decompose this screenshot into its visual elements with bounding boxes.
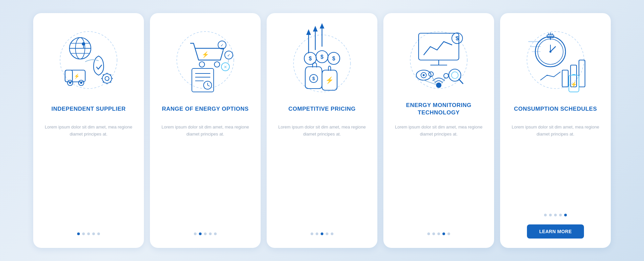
- learn-more-button[interactable]: LEARN MORE: [527, 224, 584, 239]
- svg-text:⚡: ⚡: [571, 81, 577, 88]
- svg-point-25: [199, 62, 205, 67]
- svg-text:$: $: [456, 36, 459, 41]
- svg-rect-91: [562, 70, 568, 87]
- illustration-consumption-schedules: ⚡: [522, 23, 589, 97]
- dot-4-4: [442, 232, 445, 235]
- dot-4-3: [437, 232, 440, 235]
- dot-1-1: [77, 232, 80, 235]
- svg-point-15: [105, 76, 109, 81]
- svg-marker-45: [306, 29, 311, 35]
- dot-3-4: [326, 232, 328, 235]
- dot-2-5: [214, 232, 217, 235]
- dot-3-1: [311, 232, 313, 235]
- svg-line-75: [459, 79, 463, 84]
- dot-2-2: [199, 232, 202, 235]
- svg-rect-93: [579, 60, 585, 87]
- svg-line-42: [228, 59, 229, 63]
- card-dots-1: [77, 232, 100, 235]
- svg-text:✓: ✓: [227, 53, 230, 58]
- card-consumption-schedules: ⚡ CONSUMPTION SCHEDULES Lorem ipsum dolo…: [500, 13, 611, 248]
- dot-4-2: [432, 232, 435, 235]
- card-energy-monitoring: $ ENERGY MONI: [383, 13, 494, 248]
- svg-point-10: [69, 82, 71, 84]
- svg-point-76: [451, 72, 458, 79]
- card-body-3: Lorem ipsum dolor sit dim amet, mea regi…: [275, 124, 369, 138]
- card-range-energy-options: ⚡ ✓ ✓ ✕ RANGE OF: [150, 13, 261, 248]
- dot-1-4: [92, 232, 95, 235]
- illustration-energy-monitoring: $: [405, 23, 472, 97]
- card-body-2: Lorem ipsum dolor sit dim amet, mea regi…: [158, 124, 253, 138]
- illustration-independent-supplier: ⚡: [55, 23, 122, 97]
- dot-3-5: [331, 232, 333, 235]
- svg-text:⚡: ⚡: [74, 73, 80, 79]
- illustration-range-energy-options: ⚡ ✓ ✓ ✕: [172, 23, 239, 97]
- card-title-4: ENERGY MONITORING TECHNOLOGY: [391, 100, 486, 118]
- svg-text:⚡: ⚡: [325, 76, 334, 84]
- card-body-4: Lorem ipsum dolor sit dim amet, mea regi…: [391, 124, 486, 138]
- svg-point-86: [549, 51, 551, 53]
- illustration-competitive-pricing: $ $ $ $ ⚡: [288, 23, 356, 97]
- dot-1-3: [87, 232, 90, 235]
- dot-2-1: [194, 232, 197, 235]
- dot-4-1: [427, 232, 430, 235]
- card-competitive-pricing: $ $ $ $ ⚡ COMPETITIVE PRICING Lorem ipsu…: [267, 13, 377, 248]
- dot-5-4: [559, 214, 562, 216]
- svg-text:✓: ✓: [220, 43, 224, 48]
- svg-point-68: [436, 83, 441, 88]
- svg-text:$: $: [309, 56, 312, 61]
- card-dots-3: [311, 232, 333, 235]
- card-body-5: Lorem ipsum dolor sit dim amet, mea regi…: [508, 124, 603, 138]
- dot-4-5: [447, 232, 450, 235]
- svg-line-84: [550, 47, 555, 52]
- svg-text:$: $: [321, 54, 324, 60]
- svg-point-12: [80, 82, 82, 84]
- dot-1-2: [82, 232, 85, 235]
- svg-text:✕: ✕: [224, 65, 227, 69]
- card-dots-5: [544, 214, 567, 216]
- dot-1-5: [97, 232, 100, 235]
- dot-2-4: [209, 232, 212, 235]
- svg-point-67: [423, 74, 425, 76]
- card-title-2: RANGE OF ENERGY OPTIONS: [162, 100, 249, 118]
- card-body-1: Lorem ipsum dolor sit dim amet, mea regi…: [41, 124, 136, 138]
- card-title-1: INDEPENDENT SUPPLIER: [51, 100, 126, 118]
- svg-marker-47: [313, 26, 318, 32]
- dot-5-1: [544, 214, 547, 216]
- svg-point-6: [82, 42, 85, 46]
- card-independent-supplier: ⚡ INDEPENDENT SUPPLIER Lorem ipsum d: [33, 13, 144, 248]
- svg-text:$: $: [332, 56, 335, 61]
- dot-5-5: [564, 214, 567, 216]
- dot-3-3: [321, 232, 323, 235]
- svg-text:⚡: ⚡: [202, 51, 209, 58]
- svg-point-26: [214, 62, 220, 67]
- card-title-5: CONSUMPTION SCHEDULES: [514, 100, 597, 118]
- dot-5-3: [554, 214, 557, 216]
- svg-marker-49: [320, 23, 324, 29]
- dot-2-3: [204, 232, 207, 235]
- svg-point-72: [444, 73, 448, 78]
- cards-container: ⚡ INDEPENDENT SUPPLIER Lorem ipsum d: [20, 3, 624, 258]
- card-dots-2: [194, 232, 217, 235]
- dot-5-2: [549, 214, 552, 216]
- card-dots-4: [427, 232, 450, 235]
- dot-3-2: [316, 232, 318, 235]
- svg-text:$: $: [312, 76, 315, 81]
- svg-rect-95: [572, 74, 576, 75]
- svg-rect-60: [419, 33, 459, 60]
- card-title-3: COMPETITIVE PRICING: [288, 100, 356, 118]
